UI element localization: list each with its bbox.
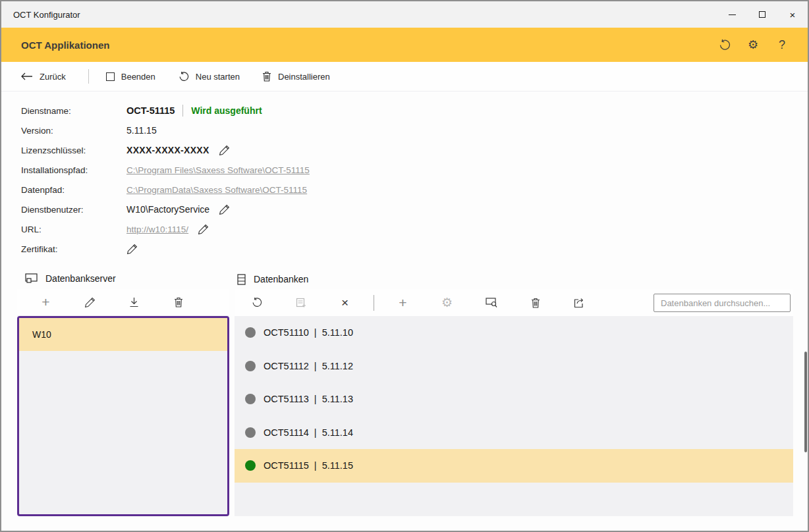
edit-license-button[interactable] [219,145,230,156]
field-label: Zertifikat: [21,244,126,254]
trash-icon [531,298,540,308]
status-dot [245,327,256,338]
field-label: Lizenzschlüssel: [21,146,126,155]
service-name-row: Dienstname: OCT-51115 Wird ausgeführt [21,101,808,120]
field-label: Dienstname: [21,106,126,116]
edit-service-user-button[interactable] [219,204,230,215]
database-icon [237,274,246,285]
minimize-button[interactable] [717,1,747,28]
url-link[interactable]: http://w10:1115/ [126,225,188,234]
edit-certificate-button[interactable] [126,244,138,255]
add-database-button[interactable]: + [381,289,425,316]
status-dot [245,460,256,471]
refresh-icon[interactable] [717,38,731,52]
service-details: Dienstname: OCT-51115 Wird ausgeführt Ve… [1,92,808,264]
delete-server-button[interactable] [156,289,200,315]
add-icon: + [399,295,406,311]
restart-label: Neu starten [196,72,240,82]
command-bar: Zurück Beenden Neu starten Deinstalliere… [1,62,808,92]
vertical-scrollbar[interactable] [804,352,807,452]
service-user-value: W10\FactoryService [126,204,209,215]
inspect-database-button[interactable] [469,289,513,316]
delete-database-button[interactable] [513,289,557,316]
data-path-link[interactable]: C:\ProgramData\Saxess Software\OCT-51115 [126,185,307,195]
database-list-item[interactable]: OCT51114 | 5.11.14 [235,416,793,450]
version-value: 5.11.15 [126,125,157,136]
uninstall-button[interactable]: Deinstallieren [262,71,330,82]
panel-headers: Datenbankserver [1,264,808,289]
status-dot [245,394,256,404]
database-list-item[interactable]: OCT51115 | 5.11.15 [235,449,793,483]
gear-icon: ⚙ [441,295,453,310]
install-path-row: Installationspfad: C:\Program Files\Saxe… [21,160,808,180]
minimize-icon [729,14,736,15]
database-panel-title: Datenbanken [254,274,308,284]
database-panel-header: Datenbanken [237,264,308,292]
url-row: URL: http://w10:1115/ [21,219,808,239]
window-title: OCT Konfigurator [1,10,80,20]
database-settings-button[interactable]: ⚙ [425,289,469,316]
toolbar-divider [374,295,374,311]
back-button[interactable]: Zurück [21,72,66,82]
trash-icon [262,71,271,82]
server-list-item[interactable]: W10 [19,318,227,351]
export-icon [574,298,585,308]
database-toolbar: × + ⚙ [235,289,793,317]
server-panel-title: Datenbankserver [45,273,116,284]
header-actions: ⚙ ? [717,38,808,52]
field-label: URL: [21,225,126,234]
server-panel-header: Datenbankserver [25,273,116,289]
add-icon: + [42,294,49,310]
import-server-button[interactable] [112,289,156,315]
edit-url-button[interactable] [198,224,209,235]
status-dot [245,361,256,371]
maximize-button[interactable] [747,1,777,28]
database-list: OCT51110 | 5.11.10OCT51112 | 5.11.12OCT5… [235,316,793,516]
database-label: OCT51115 | 5.11.15 [264,460,353,471]
pencil-icon [219,204,230,215]
download-icon [129,297,139,307]
duplicate-icon [296,298,306,308]
trash-icon [174,297,183,307]
field-label: Version: [21,126,126,136]
app-header: OCT Applikationen ⚙ ? [1,28,808,62]
pencil-icon [198,224,209,235]
refresh-icon [251,297,262,308]
title-bar: OCT Konfigurator × [1,1,808,28]
add-server-button[interactable]: + [24,289,68,315]
status-dot [245,427,256,438]
server-list: W10 [17,316,229,516]
close-button[interactable]: × [777,1,808,28]
duplicate-database-button[interactable] [279,289,323,316]
database-list-item[interactable]: OCT51113 | 5.11.13 [235,383,793,416]
database-label: OCT51112 | 5.11.12 [264,361,353,371]
pencil-icon [126,244,138,255]
restart-service-button[interactable]: Neu starten [178,71,240,82]
gear-icon[interactable]: ⚙ [746,38,760,52]
page-title: OCT Applikationen [1,40,109,51]
toolbar-divider [88,69,89,84]
refresh-databases-button[interactable] [235,289,279,316]
status-badge: Wird ausgeführt [191,105,262,116]
close-database-button[interactable]: × [323,289,367,316]
search-input[interactable] [654,294,791,312]
server-toolbar: + [17,289,229,316]
data-path-row: Datenpfad: C:\ProgramData\Saxess Softwar… [21,180,808,200]
export-database-button[interactable] [557,289,601,316]
stop-service-button[interactable]: Beenden [106,72,155,82]
database-list-item[interactable]: OCT51112 | 5.11.12 [235,350,793,383]
certificate-row: Zertifikat: [21,239,808,259]
service-name-value: OCT-51115 [126,105,175,116]
server-icon [25,273,38,284]
install-path-link[interactable]: C:\Program Files\Saxess Software\OCT-511… [126,165,310,175]
window-controls: × [717,1,808,28]
license-row: Lizenzschlüssel: XXXX-XXXX-XXXX [21,140,808,160]
uninstall-label: Deinstallieren [278,72,330,82]
database-list-item[interactable]: OCT51110 | 5.11.10 [235,316,793,350]
back-label: Zurück [40,72,66,82]
close-icon: × [790,9,796,20]
help-icon[interactable]: ? [775,38,789,52]
pencil-icon [84,297,96,308]
version-row: Version: 5.11.15 [21,120,808,140]
edit-server-button[interactable] [68,289,112,315]
